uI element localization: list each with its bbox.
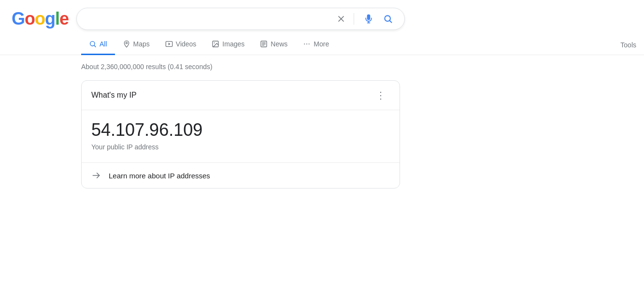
tab-more[interactable]: More: [295, 34, 337, 55]
tab-all-label: All: [100, 40, 107, 48]
svg-point-17: [309, 44, 310, 44]
card-footer[interactable]: Learn more about IP addresses: [82, 163, 400, 188]
logo-letter-l: l: [55, 9, 59, 29]
search-divider: [354, 13, 354, 25]
kebab-menu-button[interactable]: ⋮: [372, 88, 390, 102]
videos-tab-icon: [165, 40, 173, 48]
search-submit-button[interactable]: [379, 10, 397, 28]
images-tab-icon: [212, 40, 219, 48]
svg-point-16: [306, 44, 307, 44]
arrow-right-icon: [91, 171, 101, 180]
svg-line-3: [390, 21, 392, 23]
clear-button[interactable]: [334, 12, 348, 26]
clear-icon: [336, 14, 346, 24]
tools-button[interactable]: Tools: [613, 35, 644, 55]
ip-label: Your public IP address: [91, 143, 390, 151]
search-bar: my ip: [76, 8, 405, 30]
search-tab-icon: [89, 40, 97, 48]
more-tab-icon: [303, 40, 311, 48]
header: Google my ip: [0, 0, 644, 30]
logo-letter-g: G: [12, 9, 25, 29]
tab-maps[interactable]: Maps: [115, 34, 157, 55]
search-input[interactable]: my ip: [85, 15, 334, 23]
logo-letter-o2: o: [35, 9, 45, 29]
news-tab-icon: [260, 40, 268, 48]
results-count: About 2,360,000,000 results (0.41 second…: [81, 63, 644, 71]
maps-tab-icon: [123, 40, 130, 48]
knowledge-card: What's my IP ⋮ 54.107.96.109 Your public…: [81, 80, 400, 189]
tab-images-label: Images: [222, 40, 244, 48]
search-bar-icons: [334, 10, 397, 28]
svg-line-5: [94, 45, 96, 47]
nav-tabs: All Maps Videos: [81, 34, 337, 55]
tab-videos-label: Videos: [176, 40, 197, 48]
tab-more-label: More: [314, 40, 329, 48]
voice-search-button[interactable]: [360, 10, 377, 28]
svg-point-6: [126, 42, 127, 44]
card-title: What's my IP: [91, 91, 137, 100]
tab-news[interactable]: News: [252, 34, 295, 55]
card-body: 54.107.96.109 Your public IP address: [82, 110, 400, 163]
svg-marker-8: [168, 43, 170, 45]
google-logo[interactable]: Google: [12, 9, 69, 29]
search-icon: [381, 12, 395, 26]
footer-link-text: Learn more about IP addresses: [109, 172, 210, 180]
card-header: What's my IP ⋮: [82, 81, 400, 110]
logo-letter-g2: g: [45, 9, 55, 29]
logo-letter-e: e: [59, 9, 69, 29]
tab-all[interactable]: All: [81, 34, 115, 55]
nav-bar: All Maps Videos: [0, 34, 644, 55]
tab-maps-label: Maps: [133, 40, 150, 48]
svg-point-15: [304, 44, 305, 44]
tab-images[interactable]: Images: [204, 34, 252, 55]
logo-letter-o1: o: [25, 9, 35, 29]
mic-icon: [362, 12, 375, 26]
ip-address: 54.107.96.109: [91, 120, 390, 140]
svg-point-10: [214, 43, 215, 44]
tab-videos[interactable]: Videos: [157, 34, 204, 55]
tab-news-label: News: [271, 40, 287, 48]
results-area: About 2,360,000,000 results (0.41 second…: [0, 55, 644, 189]
